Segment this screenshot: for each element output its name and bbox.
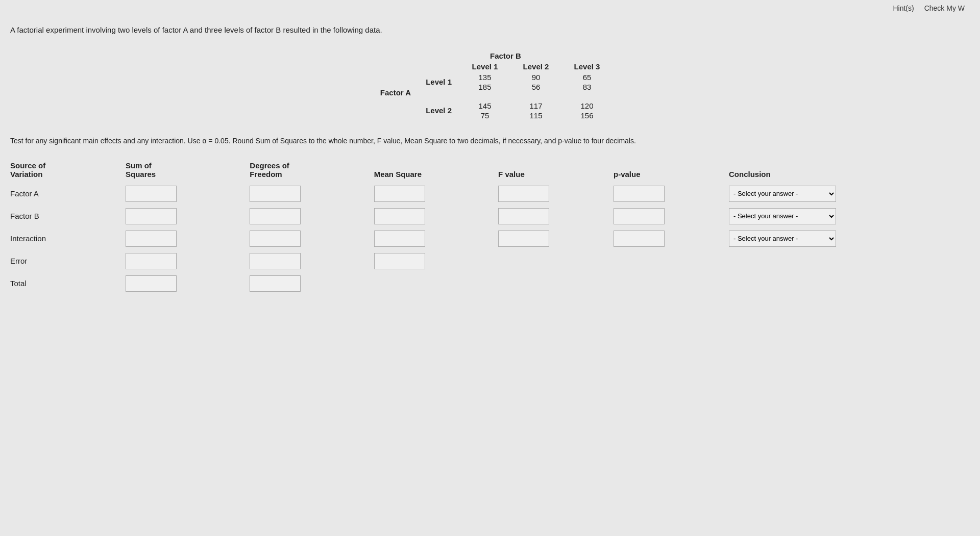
check-link[interactable]: Check My W bbox=[924, 4, 965, 12]
cell-p-4 bbox=[614, 272, 729, 295]
problem-statement: A factorial experiment involving two lev… bbox=[10, 24, 960, 36]
factor-a-level1-row: Level 1 135 90 65 185 56 83 bbox=[419, 73, 612, 91]
input-ss-3[interactable] bbox=[126, 253, 177, 269]
table-row: Error bbox=[10, 250, 960, 272]
data-row-2a: 145 117 120 bbox=[459, 101, 612, 110]
input-df-1[interactable] bbox=[250, 208, 301, 224]
cell-source-1: Factor B bbox=[10, 205, 126, 227]
table-row: Factor A- Select your answer -Significan… bbox=[10, 183, 960, 205]
factor-b-level3: Level 3 bbox=[561, 62, 612, 71]
cell-df-3 bbox=[250, 250, 374, 272]
data-row-1a: 135 90 65 bbox=[459, 73, 612, 82]
factor-b-header: Factor B bbox=[490, 52, 521, 60]
cell-1b-3: 83 bbox=[561, 83, 612, 91]
cell-source-4: Total bbox=[10, 272, 126, 295]
cell-1a-3: 65 bbox=[561, 73, 612, 82]
factor-b-levels: Level 1 Level 2 Level 3 bbox=[459, 62, 612, 71]
cell-df-4 bbox=[250, 272, 374, 295]
table-header-row: Source of Variation Sum of Squares Degre… bbox=[10, 159, 960, 183]
input-p-1[interactable] bbox=[614, 208, 665, 224]
input-f-1[interactable] bbox=[498, 208, 549, 224]
cell-ms-2 bbox=[374, 227, 498, 250]
select-conclusion-1[interactable]: - Select your answer -SignificantNot Sig… bbox=[729, 208, 836, 224]
cell-2a-3: 120 bbox=[561, 101, 612, 110]
cell-source-2: Interaction bbox=[10, 227, 126, 250]
factor-a-section: Factor A Level 1 135 90 65 bbox=[357, 73, 612, 120]
factor-a-levels-container: Level 1 135 90 65 185 56 83 bbox=[419, 73, 612, 120]
table-row: Total bbox=[10, 272, 960, 295]
th-f-label: F value bbox=[498, 170, 609, 178]
input-ms-1[interactable] bbox=[374, 208, 425, 224]
th-f: F value bbox=[498, 159, 614, 183]
th-ms: Mean Square bbox=[374, 159, 498, 183]
th-df-line1: Degrees of bbox=[250, 161, 370, 170]
input-df-2[interactable] bbox=[250, 231, 301, 247]
cell-df-2 bbox=[250, 227, 374, 250]
input-p-2[interactable] bbox=[614, 231, 665, 247]
input-ms-3[interactable] bbox=[374, 253, 425, 269]
cell-ss-4 bbox=[126, 272, 250, 295]
cell-conclusion-1: - Select your answer -SignificantNot Sig… bbox=[729, 205, 960, 227]
th-ms-label: Mean Square bbox=[374, 170, 494, 178]
data-row-2b: 75 115 156 bbox=[459, 111, 612, 120]
input-ss-1[interactable] bbox=[126, 208, 177, 224]
cell-df-0 bbox=[250, 183, 374, 205]
cell-f-3 bbox=[498, 250, 614, 272]
th-df: Degrees of Freedom bbox=[250, 159, 374, 183]
cell-p-3 bbox=[614, 250, 729, 272]
cell-source-3: Error bbox=[10, 250, 126, 272]
cell-ss-0 bbox=[126, 183, 250, 205]
input-ss-2[interactable] bbox=[126, 231, 177, 247]
cell-f-0 bbox=[498, 183, 614, 205]
cell-f-4 bbox=[498, 272, 614, 295]
th-conc-label: Conclusion bbox=[729, 170, 955, 178]
cell-ss-3 bbox=[126, 250, 250, 272]
cell-1b-1: 185 bbox=[459, 83, 510, 91]
th-source-line1: Source of bbox=[10, 161, 121, 170]
cell-conclusion-2: - Select your answer -SignificantNot Sig… bbox=[729, 227, 960, 250]
table-row: Interaction- Select your answer -Signifi… bbox=[10, 227, 960, 250]
th-ss-line1: Sum of bbox=[126, 161, 246, 170]
data-row-1b: 185 56 83 bbox=[459, 83, 612, 91]
cell-2b-1: 75 bbox=[459, 111, 510, 120]
factor-a-level1-values: 135 90 65 185 56 83 bbox=[459, 73, 612, 91]
hint-link[interactable]: Hint(s) bbox=[893, 4, 914, 12]
factor-a-level2-row: Level 2 145 117 120 75 115 156 bbox=[419, 101, 612, 120]
cell-p-2 bbox=[614, 227, 729, 250]
factor-b-level1: Level 1 bbox=[459, 62, 510, 71]
cell-ms-3 bbox=[374, 250, 498, 272]
select-conclusion-2[interactable]: - Select your answer -SignificantNot Sig… bbox=[729, 231, 836, 247]
cell-f-2 bbox=[498, 227, 614, 250]
input-f-2[interactable] bbox=[498, 231, 549, 247]
input-df-3[interactable] bbox=[250, 253, 301, 269]
factor-a-level2-values: 145 117 120 75 115 156 bbox=[459, 101, 612, 120]
cell-p-1 bbox=[614, 205, 729, 227]
input-df-4[interactable] bbox=[250, 275, 301, 292]
instructions: Test for any significant main effects an… bbox=[10, 135, 929, 146]
input-ms-0[interactable] bbox=[374, 186, 425, 202]
th-ss-line2: Squares bbox=[126, 170, 246, 178]
th-df-line2: Freedom bbox=[250, 170, 370, 178]
input-f-0[interactable] bbox=[498, 186, 549, 202]
factor-a-level1-label: Level 1 bbox=[419, 78, 459, 86]
factor-a-label: Factor A bbox=[380, 88, 411, 97]
cell-1b-2: 56 bbox=[510, 83, 561, 91]
select-conclusion-0[interactable]: - Select your answer -SignificantNot Sig… bbox=[729, 186, 836, 202]
table-row: Factor B- Select your answer -Significan… bbox=[10, 205, 960, 227]
input-ms-2[interactable] bbox=[374, 231, 425, 247]
input-ss-0[interactable] bbox=[126, 186, 177, 202]
input-p-0[interactable] bbox=[614, 186, 665, 202]
cell-2b-3: 156 bbox=[561, 111, 612, 120]
th-source-line2: Variation bbox=[10, 170, 121, 178]
cell-ss-1 bbox=[126, 205, 250, 227]
cell-source-0: Factor A bbox=[10, 183, 126, 205]
th-p-label: p-value bbox=[614, 170, 725, 178]
top-bar: Hint(s) Check My W bbox=[0, 0, 980, 14]
factor-layout: Factor B Level 1 Level 2 Level 3 Factor … bbox=[357, 52, 612, 120]
cell-1a-1: 135 bbox=[459, 73, 510, 82]
cell-f-1 bbox=[498, 205, 614, 227]
input-ss-4[interactable] bbox=[126, 275, 177, 292]
th-ss: Sum of Squares bbox=[126, 159, 250, 183]
input-df-0[interactable] bbox=[250, 186, 301, 202]
cell-p-0 bbox=[614, 183, 729, 205]
